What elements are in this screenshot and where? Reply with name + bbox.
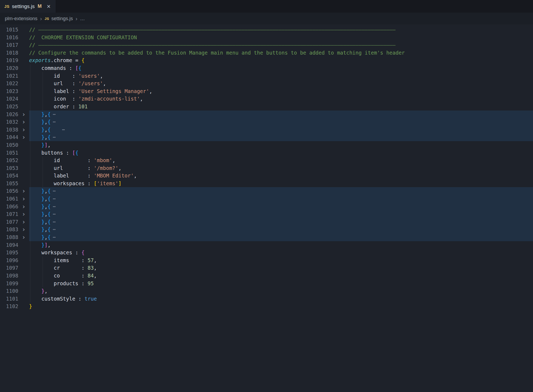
code-line[interactable]: },{…	[29, 233, 533, 241]
line-number: 1050	[0, 141, 18, 149]
code-token: icon	[54, 96, 66, 102]
code-token: 84	[87, 273, 94, 279]
code-line-row: 1095 workspaces : {	[0, 249, 533, 256]
code-line[interactable]: order : 101	[29, 103, 533, 111]
fold-ellipsis: …	[53, 210, 56, 216]
line-number: 1094	[0, 241, 18, 249]
code-token: :	[85, 180, 94, 186]
code-line-row: 1019exports.chrome = {	[0, 56, 533, 64]
code-token: {	[48, 111, 51, 117]
code-line[interactable]: label : 'User Settings Manager',	[29, 87, 533, 95]
code-token: ,	[44, 226, 47, 232]
fold-chevron-icon[interactable]: ›	[18, 187, 29, 195]
code-line[interactable]: // Configure the commands to be added to…	[29, 49, 533, 57]
fold-ellipsis: …	[53, 226, 56, 231]
line-number: 1017	[0, 41, 18, 49]
fold-chevron-icon[interactable]: ›	[18, 203, 29, 211]
code-line[interactable]: },{…	[29, 203, 533, 211]
code-line[interactable]: },{…	[29, 210, 533, 218]
code-line[interactable]: }],	[29, 141, 533, 149]
code-token	[29, 134, 41, 140]
code-token	[29, 257, 54, 263]
code-token: ,	[94, 265, 97, 271]
code-line[interactable]: },{ …	[29, 126, 533, 134]
breadcrumb-item-more[interactable]: …	[80, 16, 85, 22]
breadcrumb-item-folder[interactable]: plm-extensions	[5, 16, 37, 22]
indent-guide	[30, 118, 30, 126]
code-line[interactable]: cr : 83,	[29, 264, 533, 272]
code-line[interactable]: // CHOROME EXTENSION CONFIGURATION	[29, 34, 533, 41]
code-line[interactable]: url : '/mbom?',	[29, 164, 533, 172]
code-line[interactable]: },{…	[29, 195, 533, 203]
fold-chevron-icon[interactable]: ›	[18, 126, 29, 134]
fold-chevron-icon[interactable]: ›	[18, 111, 29, 118]
indent-guide	[43, 272, 43, 280]
code-token: :	[72, 250, 81, 255]
code-line[interactable]: // —————————————————————————————————————…	[29, 41, 533, 49]
code-line[interactable]: items : 57,	[29, 256, 533, 264]
code-line[interactable]: products : 95	[29, 280, 533, 287]
code-token: // Configure the commands to be added to…	[29, 50, 405, 56]
fold-chevron-icon[interactable]: ›	[18, 226, 29, 233]
fold-chevron-icon[interactable]: ›	[18, 195, 29, 203]
code-line[interactable]: }	[29, 302, 533, 310]
code-line[interactable]: workspaces : {	[29, 249, 533, 256]
code-line[interactable]: }],	[29, 241, 533, 249]
code-token: }	[41, 119, 44, 125]
code-token	[29, 150, 41, 156]
code-line[interactable]: },{…	[29, 118, 533, 126]
line-number: 1056	[0, 187, 18, 195]
code-token: }	[41, 134, 44, 140]
code-token	[29, 242, 41, 248]
fold-ellipsis: …	[53, 111, 56, 116]
indent-guide	[30, 256, 30, 264]
code-line[interactable]: icon : 'zmdi-accounts-list',	[29, 95, 533, 103]
code-line[interactable]: id : 'mbom',	[29, 156, 533, 164]
breadcrumb-item-file[interactable]: JS settings.js	[45, 16, 73, 22]
code-token: =	[72, 57, 81, 63]
tab-settings-js[interactable]: JS settings.js M ×	[0, 0, 56, 13]
code-line[interactable]: commands : [{	[29, 64, 533, 72]
code-line[interactable]: },{…	[29, 111, 533, 118]
code-line[interactable]: },	[29, 287, 533, 295]
code-line[interactable]: exports.chrome = {	[29, 56, 533, 64]
code-line[interactable]: },{…	[29, 133, 533, 141]
code-line-row: 1026› },{…	[0, 111, 533, 118]
fold-chevron-icon[interactable]: ›	[18, 218, 29, 226]
code-token: ,	[100, 73, 103, 79]
code-line[interactable]: },{…	[29, 187, 533, 195]
fold-ellipsis: …	[53, 133, 56, 139]
code-line[interactable]: },{…	[29, 226, 533, 233]
code-token: :	[66, 65, 75, 71]
code-line-row: 1023 label : 'User Settings Manager',	[0, 87, 533, 95]
line-number: 1026	[0, 111, 18, 118]
code-token: {	[81, 250, 84, 255]
code-line[interactable]: url : '/users',	[29, 80, 533, 87]
code-line[interactable]: co : 84,	[29, 272, 533, 280]
line-number: 1096	[0, 256, 18, 264]
code-line[interactable]: buttons : [{	[29, 149, 533, 157]
fold-chevron-icon[interactable]: ›	[18, 233, 29, 241]
code-token	[29, 296, 41, 302]
code-line[interactable]: workspaces : ['items']	[29, 180, 533, 187]
line-number: 1019	[0, 56, 18, 64]
code-line[interactable]: label : 'MBOM Editor',	[29, 172, 533, 180]
code-token: 'users'	[78, 73, 100, 79]
fold-chevron-icon[interactable]: ›	[18, 210, 29, 218]
close-icon[interactable]: ×	[47, 3, 51, 10]
code-token: ,	[112, 157, 115, 163]
code-token	[29, 157, 54, 163]
code-token: ,	[94, 257, 97, 263]
code-token: ,	[44, 288, 47, 294]
fold-chevron-icon[interactable]: ›	[18, 118, 29, 126]
modified-badge: M	[38, 3, 42, 9]
code-line[interactable]: // —————————————————————————————————————…	[29, 26, 533, 34]
code-token	[29, 180, 54, 186]
code-line[interactable]: id : 'users',	[29, 72, 533, 80]
code-line[interactable]: customStyle : true	[29, 295, 533, 303]
line-number: 1071	[0, 210, 18, 218]
code-token: :	[60, 273, 87, 279]
code-line[interactable]: },{…	[29, 218, 533, 226]
fold-gutter	[18, 41, 29, 49]
fold-chevron-icon[interactable]: ›	[18, 133, 29, 141]
